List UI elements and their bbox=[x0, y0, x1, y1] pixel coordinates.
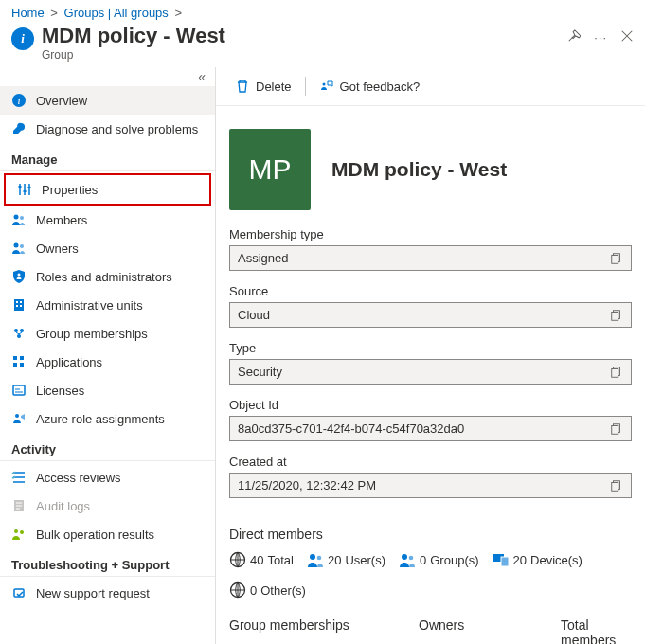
group-avatar: MP bbox=[229, 129, 311, 210]
globe-icon bbox=[229, 581, 246, 599]
info-icon: i bbox=[11, 27, 34, 50]
sidebar-section-troubleshoot: Troubleshooting + Support bbox=[0, 548, 215, 577]
sidebar-item-properties[interactable]: Properties bbox=[6, 175, 209, 204]
sidebar-item-diagnose[interactable]: Diagnose and solve problems bbox=[0, 115, 215, 143]
sidebar-item-bulk-results[interactable]: Bulk operation results bbox=[0, 520, 215, 548]
sidebar-item-audit-logs: Audit logs bbox=[0, 492, 215, 520]
page-title: MDM policy - West bbox=[42, 24, 225, 48]
type-label: Type bbox=[229, 341, 632, 355]
sidebar-item-group-memberships[interactable]: Group memberships bbox=[0, 319, 215, 348]
direct-members-stats: 40 Total 20 User(s) 0 Group(s) 20 Device… bbox=[216, 547, 645, 602]
log-icon bbox=[11, 498, 27, 513]
user-icon bbox=[307, 551, 324, 568]
people-icon bbox=[11, 212, 27, 227]
support-icon bbox=[11, 585, 27, 600]
object-id-label: Object Id bbox=[229, 398, 632, 412]
info-icon bbox=[11, 93, 27, 108]
people-icon bbox=[11, 241, 27, 256]
copy-icon[interactable] bbox=[610, 479, 623, 492]
sidebar-item-azure-roles[interactable]: Azure role assignments bbox=[0, 404, 215, 433]
sidebar-item-access-reviews[interactable]: Access reviews bbox=[0, 463, 215, 492]
license-icon bbox=[11, 383, 27, 398]
copy-icon[interactable] bbox=[610, 366, 623, 379]
membership-type-label: Membership type bbox=[229, 227, 632, 242]
wrench-icon bbox=[11, 121, 27, 136]
feedback-button[interactable]: Got feedback? bbox=[314, 75, 426, 98]
sidebar-item-admin-units[interactable]: Administrative units bbox=[0, 291, 215, 319]
more-icon[interactable]: ··· bbox=[594, 30, 607, 45]
people-icon bbox=[399, 551, 416, 568]
close-icon[interactable] bbox=[620, 29, 634, 45]
group-title: MDM policy - West bbox=[331, 158, 507, 181]
direct-members-title: Direct members bbox=[216, 511, 645, 547]
sidebar-item-licenses[interactable]: Licenses bbox=[0, 376, 215, 404]
summary-label-owners: Owners bbox=[419, 617, 561, 644]
sidebar-item-overview[interactable]: Overview bbox=[0, 86, 215, 115]
copy-icon[interactable] bbox=[610, 422, 623, 436]
source-value: Cloud bbox=[229, 302, 632, 328]
pin-icon[interactable] bbox=[567, 29, 581, 45]
sidebar-section-manage: Manage bbox=[0, 143, 215, 171]
building-icon bbox=[11, 297, 27, 313]
membership-type-value: Assigned bbox=[229, 245, 632, 271]
breadcrumb-groups[interactable]: Groups | All groups bbox=[64, 6, 169, 20]
trash-icon bbox=[235, 79, 250, 94]
copy-icon[interactable] bbox=[610, 309, 623, 322]
delete-button[interactable]: Delete bbox=[229, 75, 297, 98]
stat-total[interactable]: 40 Total bbox=[229, 551, 294, 568]
sidebar-section-activity: Activity bbox=[0, 433, 215, 461]
type-value: Security bbox=[229, 359, 632, 385]
created-at-label: Created at bbox=[229, 455, 632, 469]
stat-devices[interactable]: 20 Device(s) bbox=[493, 551, 582, 568]
sidebar: « Overview Diagnose and solve problems M… bbox=[0, 67, 216, 644]
sidebar-item-roles[interactable]: Roles and administrators bbox=[0, 262, 215, 291]
breadcrumb-home[interactable]: Home bbox=[11, 6, 45, 20]
people-icon bbox=[11, 527, 27, 542]
page-subtitle: Group bbox=[42, 48, 225, 62]
device-icon bbox=[493, 551, 510, 568]
globe-icon bbox=[229, 551, 246, 568]
breadcrumb: Home > Groups | All groups > bbox=[0, 0, 645, 20]
collapse-sidebar-icon[interactable]: « bbox=[0, 67, 215, 86]
copy-icon[interactable] bbox=[610, 252, 623, 265]
stat-others[interactable]: 0 Other(s) bbox=[229, 581, 306, 599]
feedback-icon bbox=[319, 79, 334, 94]
stat-users[interactable]: 20 User(s) bbox=[307, 551, 385, 568]
sidebar-item-owners[interactable]: Owners bbox=[0, 234, 215, 262]
properties-icon bbox=[17, 182, 32, 197]
person-icon bbox=[11, 411, 27, 426]
sidebar-item-applications[interactable]: Applications bbox=[0, 348, 215, 376]
summary-label-memberships: Group memberships bbox=[229, 617, 419, 644]
sidebar-item-members[interactable]: Members bbox=[0, 206, 215, 234]
stat-groups[interactable]: 0 Group(s) bbox=[399, 551, 479, 568]
apps-icon bbox=[11, 354, 27, 369]
checklist-icon bbox=[11, 470, 27, 485]
source-label: Source bbox=[229, 284, 632, 298]
object-id-value: 8a0cd375-c701-42f4-b074-c54f70a32da0 bbox=[229, 416, 632, 441]
summary-label-total: Total members bbox=[561, 617, 632, 644]
shield-icon bbox=[11, 269, 27, 284]
groups-icon bbox=[11, 326, 27, 341]
created-at-value: 11/25/2020, 12:32:42 PM bbox=[229, 473, 632, 498]
sidebar-item-support-request[interactable]: New support request bbox=[0, 579, 215, 607]
